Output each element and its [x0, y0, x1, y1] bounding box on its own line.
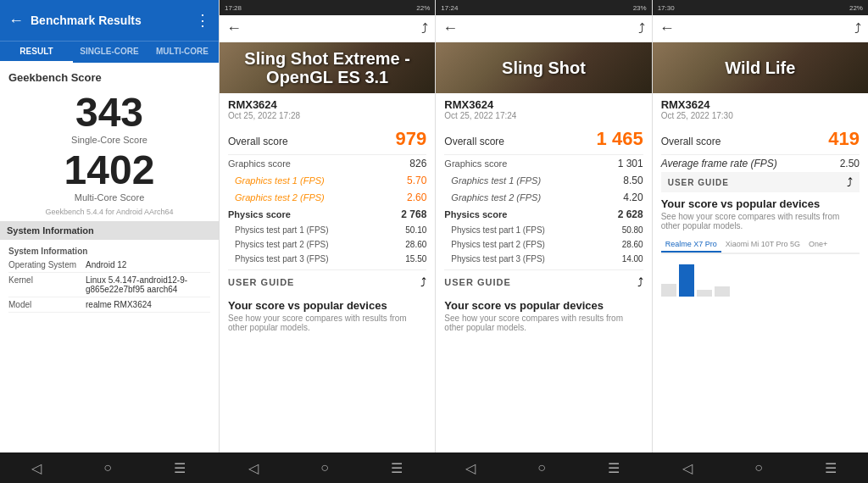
popular-title-4: Your score vs popular devices — [661, 197, 860, 210]
popular-desc-3: See how your score compares with results… — [444, 314, 643, 332]
kernel-key: Kernel — [8, 275, 81, 294]
status-bar-3: 17:24 23% — [436, 0, 651, 15]
phys-test1-row-3: Physics test part 1 (FPS) 50.80 — [444, 223, 643, 237]
popular-title-2: Your score vs popular devices — [228, 299, 426, 312]
sling-shot-extreme-panel: 17:28 22% ← ⤴ Sling Shot Extreme - OpenG… — [219, 0, 435, 452]
bar-4 — [715, 286, 730, 297]
device-name-3: RMX3624 — [444, 98, 643, 111]
sys-info-os: Operating System Android 12 — [8, 258, 210, 273]
sys-info-kernel: Kernel Linux 5.4.147-android12-9-g865e22… — [8, 273, 210, 297]
tab-multi-core[interactable]: MULTI-CORE — [146, 42, 219, 63]
graphics-label-3: Graphics score — [444, 158, 507, 169]
bar-2 — [679, 264, 694, 297]
phys-test2-row-3: Physics test part 2 (FPS) 28.60 — [444, 237, 643, 252]
home-nav-1[interactable]: ○ — [95, 457, 120, 479]
home-nav-4[interactable]: ○ — [746, 457, 771, 479]
multi-core-score: 1402 — [8, 150, 210, 191]
user-guide-label-4: USER GUIDE — [668, 178, 729, 187]
nav-section-2: ◁ ○ ☰ — [217, 457, 434, 480]
gfx-test2-row-3: Graphics test 2 (FPS) 4.20 — [444, 189, 643, 206]
more-icon[interactable]: ⋮ — [195, 11, 210, 30]
share-icon-4[interactable]: ⤴ — [847, 175, 853, 189]
back-btn-3[interactable]: ← — [442, 19, 458, 37]
gfx-test1-val-3: 8.50 — [623, 175, 643, 186]
time-3: 17:24 — [441, 4, 458, 12]
kernel-value: Linux 5.4.147-android12-9-g865e22e7bf95 … — [86, 275, 210, 294]
physics-score-row-2: Physics score 2 768 — [228, 206, 426, 223]
menu-nav-2[interactable]: ☰ — [382, 457, 411, 480]
phys-test1-label-2: Physics test part 1 (FPS) — [235, 225, 329, 235]
phys-test2-label-2: Physics test part 2 (FPS) — [235, 240, 329, 249]
panel4-header: ← ⤴ — [653, 15, 868, 42]
phys-test2-val-3: 28.60 — [622, 240, 643, 249]
overall-value-2: 979 — [396, 128, 427, 150]
avg-fps-label-4: Average frame rate (FPS) — [661, 158, 777, 169]
share-icon-3[interactable]: ⤴ — [637, 275, 643, 289]
user-guide-row-3: USER GUIDE ⤴ — [444, 269, 643, 294]
gfx-test1-label-3: Graphics test 1 (FPS) — [451, 175, 541, 186]
device-info-4: RMX3624 Oct 25, 2022 17:30 — [661, 98, 860, 120]
multi-core-label: Multi-Core Score — [8, 192, 210, 203]
home-nav-2[interactable]: ○ — [312, 457, 337, 479]
time-4: 17:30 — [658, 4, 675, 12]
geekbench-panel: ← Benchmark Results ⋮ RESULT SINGLE-CORE… — [0, 0, 219, 452]
graphics-value-2: 826 — [409, 158, 426, 169]
battery-3: 23% — [633, 4, 647, 12]
time-2: 17:28 — [225, 4, 242, 12]
chart-tab-oneplus[interactable]: One+ — [804, 237, 832, 253]
share-btn-2[interactable]: ⤴ — [421, 21, 428, 36]
geekbench-version: Geekbench 5.4.4 for Android AArch64 — [8, 208, 210, 216]
geekbench-title: Geekbench Score — [8, 71, 210, 84]
menu-nav-3[interactable]: ☰ — [599, 457, 628, 480]
phys-test1-val-3: 50.80 — [622, 225, 643, 235]
back-nav-2[interactable]: ◁ — [240, 457, 267, 480]
share-btn-4[interactable]: ⤴ — [854, 21, 861, 36]
bar-1 — [661, 284, 676, 297]
menu-nav-1[interactable]: ☰ — [165, 457, 194, 480]
bottom-nav: ◁ ○ ☰ ◁ ○ ☰ ◁ ○ ☰ ◁ ○ ☰ — [0, 452, 868, 483]
popular-section-4: Your score vs popular devices See how yo… — [661, 192, 860, 234]
panel3-body: RMX3624 Oct 25, 2022 17:24 Overall score… — [436, 93, 651, 452]
overall-label-2: Overall score — [228, 136, 288, 147]
back-nav-4[interactable]: ◁ — [674, 457, 701, 480]
back-btn-4[interactable]: ← — [659, 19, 675, 37]
menu-nav-4[interactable]: ☰ — [816, 457, 845, 480]
phys-test2-label-3: Physics test part 2 (FPS) — [451, 240, 545, 249]
share-icon-2[interactable]: ⤴ — [420, 275, 426, 289]
home-nav-3[interactable]: ○ — [529, 457, 554, 479]
tab-single-core[interactable]: SINGLE-CORE — [73, 42, 146, 63]
overall-score-row-3: Overall score 1 465 — [444, 124, 643, 155]
back-nav-1[interactable]: ◁ — [23, 457, 50, 480]
avg-fps-value-4: 2.50 — [840, 158, 860, 169]
device-name-2: RMX3624 — [228, 98, 426, 111]
chart-tab-realme[interactable]: Realme X7 Pro — [661, 237, 721, 253]
user-guide-label-2: USER GUIDE — [228, 277, 294, 287]
wild-life-panel: 17:30 22% ← ⤴ Wild Life RMX3624 Oct 25, … — [652, 0, 868, 452]
panel2-header: ← ⤴ — [220, 15, 435, 42]
sling-shot-panel: 17:24 23% ← ⤴ Sling Shot RMX3624 Oct 25,… — [435, 0, 651, 452]
phys-test3-label-2: Physics test part 3 (FPS) — [235, 254, 329, 264]
physics-label-3: Physics score — [444, 209, 507, 219]
phys-test3-val-3: 14.00 — [622, 254, 643, 264]
back-nav-3[interactable]: ◁ — [457, 457, 484, 480]
share-btn-3[interactable]: ⤴ — [638, 21, 645, 36]
physics-label-2: Physics score — [228, 209, 291, 219]
os-key: Operating System — [8, 260, 81, 269]
phys-test1-val-2: 50.10 — [405, 225, 426, 235]
panel1-title: Benchmark Results — [31, 14, 188, 27]
chart-tab-xiaomi[interactable]: Xiaomi Mi 10T Pro 5G — [721, 237, 804, 253]
os-value: Android 12 — [86, 260, 126, 269]
device-info-2: RMX3624 Oct 25, 2022 17:28 — [228, 98, 426, 120]
panel2-title: Sling Shot Extreme - OpenGL ES 3.1 — [220, 46, 435, 90]
overall-value-4: 419 — [828, 128, 860, 150]
model-value: realme RMX3624 — [86, 300, 152, 309]
tab-result[interactable]: RESULT — [0, 42, 73, 63]
back-icon[interactable]: ← — [8, 12, 24, 30]
back-btn-2[interactable]: ← — [226, 19, 242, 37]
panel4-title: Wild Life — [721, 55, 798, 80]
gfx-test2-val-3: 4.20 — [623, 192, 643, 203]
multi-core-score-block: 1402 Multi-Core Score — [8, 150, 210, 203]
device-date-3: Oct 25, 2022 17:24 — [444, 111, 643, 120]
graphics-score-row-3: Graphics score 1 301 — [444, 155, 643, 172]
panel2-body: RMX3624 Oct 25, 2022 17:28 Overall score… — [220, 93, 435, 452]
